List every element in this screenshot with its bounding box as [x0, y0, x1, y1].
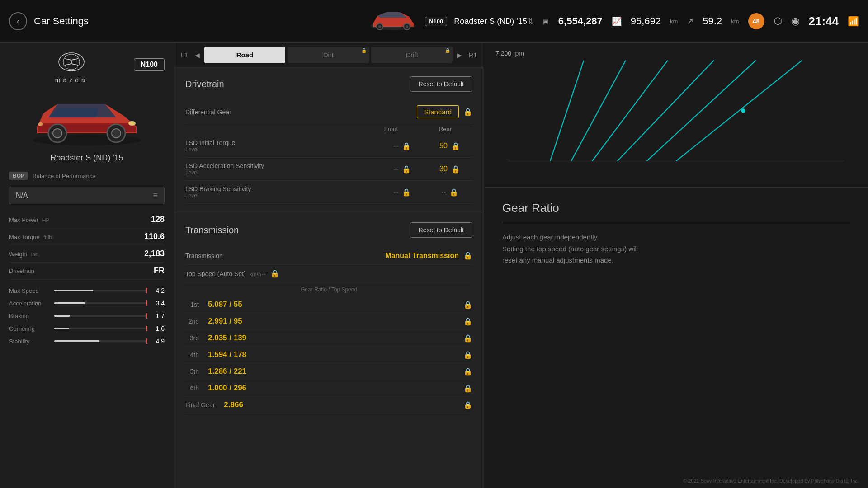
transmission-type-value-area: Manual Transmission 🔒	[385, 251, 472, 260]
bar-row-cornering: Cornering 1.6	[9, 322, 165, 335]
gear-label-4th: 4th	[185, 351, 208, 358]
gear-value-3rd[interactable]: 2.035 / 139	[208, 333, 463, 343]
tab-road[interactable]: Road	[204, 47, 286, 63]
lsd-initial-torque-sublabel: Level	[185, 146, 380, 153]
credits-value: 6,554,287	[558, 15, 603, 27]
transfer-icon: ⇅	[527, 16, 534, 26]
lsd-braking-rear[interactable]: -- 🔒	[427, 188, 472, 197]
bar-fill-cornering	[54, 328, 69, 329]
gear-value-6th[interactable]: 1.000 / 296	[208, 384, 463, 393]
stat-value-max-torque: 110.6	[144, 232, 165, 241]
rpm-label: 7,200 rpm	[495, 50, 524, 57]
stat-row-drivetrain: Drivetrain FR	[9, 263, 165, 280]
lsd-accel-front[interactable]: -- 🔒	[380, 165, 425, 174]
gear-label-2nd: 2nd	[185, 318, 208, 325]
bar-container-cornering	[54, 328, 146, 329]
transmission-type-label: Transmission	[185, 252, 223, 259]
trophy-icon: ⬡	[774, 15, 782, 27]
bar-row-max-speed: Max Speed 4.2	[9, 284, 165, 297]
credits-icon: ▣	[543, 18, 548, 25]
gear-value-2nd[interactable]: 2.991 / 95	[208, 317, 463, 326]
top-bar-left: ‹ Car Settings	[9, 12, 368, 30]
gear-final-lock: 🔒	[463, 401, 472, 409]
gear-value-4th[interactable]: 1.594 / 178	[208, 350, 463, 359]
gear-chart-area: 7,200 rpm	[484, 43, 868, 188]
gear-row-5th: 5th 1.286 / 221 🔒	[185, 363, 472, 380]
bar-value-cornering: 1.6	[151, 325, 165, 332]
bar-marker-braking	[146, 313, 147, 319]
gear-ratio-desc-line1: Adjust each gear independently.	[502, 231, 850, 243]
transmission-type-value[interactable]: Manual Transmission	[385, 252, 459, 260]
bar-fill-max-speed	[54, 290, 93, 291]
tab-left-label: L1	[179, 49, 190, 61]
bar-value-stability: 4.9	[151, 338, 165, 345]
tab-dirt[interactable]: Dirt 🔒	[288, 47, 369, 63]
lsd-accel-values: -- 🔒 30 🔒	[380, 165, 472, 174]
gear-value-final[interactable]: 2.866	[224, 400, 463, 409]
footer-credits: © 2021 Sony Interactive Entertainment In…	[683, 478, 859, 483]
drivetrain-section: Drivetrain Reset to Default Differential…	[174, 67, 484, 213]
bar-value-max-speed: 4.2	[151, 287, 165, 294]
lsd-braking-front[interactable]: -- 🔒	[380, 188, 425, 197]
differential-gear-row: Differential Gear Standard 🔒	[185, 101, 472, 123]
lsd-braking-sublabel: Level	[185, 192, 380, 199]
bop-section: BOP Balance of Performance	[9, 172, 165, 180]
transmission-title: Transmission	[185, 225, 239, 235]
stat-label-weight: Weight lbs.	[9, 250, 39, 258]
svg-point-4	[406, 25, 408, 28]
bar-fill-acceleration	[54, 302, 85, 304]
lsd-accel-sensitivity-row: LSD Acceleration Sensitivity Level -- 🔒 …	[185, 158, 472, 181]
svg-point-3	[378, 25, 381, 28]
front-header: Front	[364, 126, 418, 132]
lsd-accel-rear[interactable]: 30 🔒	[427, 165, 472, 174]
top-speed-auto-value[interactable]: --	[261, 270, 266, 278]
gear-value-1st[interactable]: 5.087 / 55	[208, 300, 463, 309]
lsd-braking-rear-lock: 🔒	[449, 188, 458, 197]
lsd-accel-sublabel: Level	[185, 169, 380, 176]
transmission-type-lock: 🔒	[463, 251, 472, 260]
svg-point-9	[53, 129, 62, 138]
top-speed-row: Top Speed (Auto Set) km/h -- 🔒	[185, 265, 472, 283]
gear-value-5th[interactable]: 1.286 / 221	[208, 367, 463, 376]
gear-ratio-header: Gear Ratio / Top Speed	[185, 283, 472, 296]
tab-arrow-right[interactable]: ▶	[455, 49, 464, 61]
stat-label-drivetrain: Drivetrain	[9, 267, 34, 274]
car-thumb-svg	[368, 8, 418, 33]
lsd-initial-torque-rear[interactable]: 50 🔒	[427, 142, 472, 150]
differential-lock-icon: 🔒	[463, 108, 472, 116]
bar-label-cornering: Cornering	[9, 325, 50, 332]
top-speed-label: Top Speed (Auto Set) km/h	[185, 270, 261, 277]
bar-label-stability: Stability	[9, 338, 50, 345]
drivetrain-reset-button[interactable]: Reset to Default	[410, 76, 472, 92]
differential-value[interactable]: Standard	[417, 105, 459, 118]
gear-ratio-title: Gear Ratio	[502, 201, 850, 222]
na-selector[interactable]: N/A ≡	[9, 187, 165, 204]
tab-drift[interactable]: Drift 🔒	[371, 47, 453, 63]
lsd-initial-torque-label-area: LSD Initial Torque Level	[185, 139, 380, 153]
odometer-unit: km	[670, 18, 678, 25]
gear-4th-lock: 🔒	[463, 351, 472, 359]
lsd-braking-front-lock: 🔒	[402, 188, 411, 197]
bar-marker-stability	[146, 338, 147, 344]
stats-section: Max Power HP 128 Max Torque ft-lb 110.6 …	[9, 211, 165, 347]
lsd-initial-torque-front[interactable]: -- 🔒	[380, 142, 425, 150]
gear-ratio-desc-line3: reset any manual adjustments made.	[502, 254, 850, 266]
back-button[interactable]: ‹	[9, 12, 27, 30]
stat-value-weight: 2,183	[144, 249, 165, 258]
differential-label: Differential Gear	[185, 108, 231, 116]
lsd-accel-label: LSD Acceleration Sensitivity	[185, 162, 380, 169]
stat-label-max-power: Max Power HP	[9, 216, 49, 224]
gear-label-final: Final Gear	[185, 401, 224, 408]
topspeed-icon: ↗	[687, 16, 693, 26]
car-name-top: Roadster S (ND) '15	[454, 17, 527, 26]
gear-row-3rd: 3rd 2.035 / 139 🔒	[185, 330, 472, 347]
tab-arrow-left[interactable]: ◀	[193, 49, 202, 61]
gear-label-6th: 6th	[185, 385, 208, 392]
profile-icon: ◉	[791, 15, 800, 27]
gear-ratio-desc: Adjust each gear independently. Setting …	[502, 231, 850, 266]
odometer-value: 95,692	[631, 15, 661, 27]
gear-row-final: Final Gear 2.866 🔒	[185, 397, 472, 413]
transmission-reset-button[interactable]: Reset to Default	[410, 222, 472, 238]
top-speed-unit: km	[731, 18, 739, 25]
svg-point-23	[741, 108, 745, 113]
